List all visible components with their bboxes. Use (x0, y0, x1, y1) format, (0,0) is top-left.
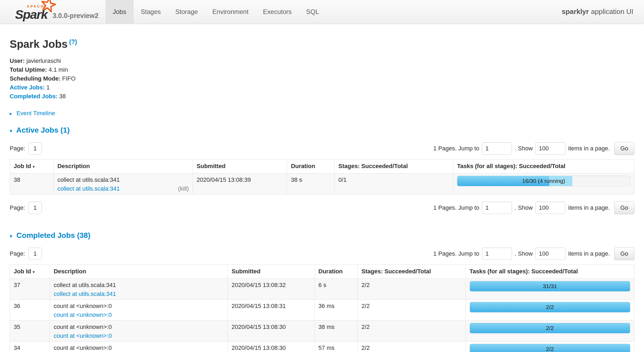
completed-jobs-heading-link[interactable]: Completed Jobs (38) (16, 231, 90, 239)
top-navbar: APACHE Spark 3.0.0-preview2 Jobs Stages … (0, 0, 644, 24)
header-submitted[interactable]: Submitted (228, 265, 314, 279)
items-per-page-input[interactable] (535, 248, 565, 260)
page-number-input[interactable] (28, 202, 42, 214)
scheduling-label: Scheduling Mode: (10, 75, 60, 82)
help-link[interactable]: (?) (69, 38, 77, 45)
spark-logo: APACHE Spark (15, 2, 48, 21)
header-duration[interactable]: Duration (314, 265, 358, 279)
submitted-cell: 2020/04/15 13:08:32 (228, 279, 314, 300)
jump-to-page-input[interactable] (482, 202, 512, 214)
task-progress-bar: 2/2 (470, 302, 630, 313)
header-job-id-label: Job Id (14, 268, 31, 275)
summary-user: User: javierluraschi (10, 56, 634, 65)
task-progress-bar: 2/2 (470, 323, 630, 333)
user-label: User: (10, 57, 25, 64)
table-row: 35count at <unknown>:0count at <unknown>… (10, 321, 634, 342)
summary-active-jobs: Active Jobs: 1 (10, 83, 634, 92)
page-number-input[interactable] (28, 248, 42, 260)
event-timeline-toggle[interactable]: ▸ Event Timeline (10, 109, 634, 118)
job-id-cell: 36 (10, 300, 50, 321)
duration-cell: 38 ms (314, 321, 358, 342)
page-number-input[interactable] (28, 142, 42, 155)
expanded-arrow-icon: ▾ (10, 233, 12, 239)
header-description[interactable]: Description (53, 159, 193, 173)
page-label: Page: (10, 204, 25, 211)
page-jump-controls: 1 Pages. Jump to . Show items in a page.… (433, 142, 634, 155)
progress-label: 31/31 (470, 281, 630, 291)
go-button[interactable]: Go (614, 142, 634, 155)
table-row: 37collect at utils.scala:341collect at u… (10, 279, 634, 300)
job-detail-link[interactable]: collect at utils.scala:341 (57, 185, 120, 193)
table-row: 36count at <unknown>:0count at <unknown>… (10, 300, 634, 321)
header-stages[interactable]: Stages: Succeeded/Total (335, 159, 453, 173)
application-title: sparklyr application UI (562, 0, 644, 23)
description-cell: count at <unknown>:0count at <unknown>:0 (50, 321, 228, 342)
application-name: sparklyr (562, 8, 589, 16)
event-timeline-link[interactable]: Event Timeline (16, 110, 55, 117)
job-detail-link[interactable]: count at <unknown>:0 (54, 332, 112, 340)
active-jobs-heading-link[interactable]: Active Jobs (1) (16, 126, 69, 134)
items-per-page-input[interactable] (535, 202, 565, 214)
jump-to-page-input[interactable] (482, 142, 512, 155)
completed-jobs-table: Job Id▾ Description Submitted Duration S… (10, 264, 634, 352)
uptime-value: 4.1 min (49, 66, 68, 73)
page-selector: Page: (10, 202, 44, 214)
completed-jobs-section-heading[interactable]: ▾ Completed Jobs (38) (10, 231, 634, 240)
duration-cell: 6 s (314, 279, 358, 300)
show-text: . Show (515, 145, 533, 152)
job-detail-row: collect at utils.scala:341 (54, 290, 224, 298)
job-detail-link[interactable]: count at <unknown>:0 (54, 311, 112, 319)
items-text: items in a page. (568, 250, 610, 257)
tab-environment[interactable]: Environment (205, 0, 256, 23)
pagination-bar: Page: 1 Pages. Jump to . Show items in a… (10, 247, 634, 260)
jump-to-page-input[interactable] (482, 248, 512, 260)
submitted-cell: 2020/04/15 13:08:30 (228, 321, 314, 342)
items-per-page-input[interactable] (535, 142, 565, 155)
page-content: Spark Jobs(?) User: javierluraschi Total… (0, 36, 644, 352)
kill-job-link[interactable]: (kill) (178, 185, 189, 193)
header-description[interactable]: Description (50, 265, 228, 279)
task-progress-bar: 2/2 (470, 344, 630, 352)
job-id-cell: 37 (10, 279, 50, 300)
header-tasks[interactable]: Tasks (for all stages): Succeeded/Total (453, 159, 634, 173)
job-description-text: count at <unknown>:0 (54, 323, 224, 331)
header-tasks[interactable]: Tasks (for all stages): Succeeded/Total (466, 265, 634, 279)
header-duration[interactable]: Duration (287, 159, 335, 173)
progress-label: 2/2 (470, 323, 630, 333)
description-cell: count at <unknown>:0count at <unknown>:0 (50, 300, 228, 321)
job-description-text: collect at utils.scala:341 (54, 281, 224, 289)
table-row: 38collect at utils.scala:341collect at u… (10, 173, 634, 194)
page-title: Spark Jobs(?) (10, 36, 634, 50)
tab-sql[interactable]: SQL (299, 0, 326, 23)
header-job-id[interactable]: Job Id▾ (10, 159, 54, 173)
table-header-row: Job Id▾ Description Submitted Duration S… (10, 159, 634, 173)
active-jobs-section-heading[interactable]: ▾ Active Jobs (1) (10, 126, 634, 135)
items-text: items in a page. (568, 204, 610, 211)
task-progress-bar: 16/30 (4 running) (457, 176, 630, 186)
table-row: 34count at <unknown>:0count at <unknown>… (10, 342, 634, 352)
header-stages[interactable]: Stages: Succeeded/Total (358, 265, 466, 279)
pagination-bar: Page: 1 Pages. Jump to . Show items in a… (10, 142, 634, 155)
summary-completed-jobs: Completed Jobs: 38 (10, 92, 634, 101)
stages-cell: 2/2 (358, 279, 466, 300)
tab-stages[interactable]: Stages (134, 0, 168, 23)
active-jobs-link[interactable]: Active Jobs: (10, 84, 45, 91)
header-submitted[interactable]: Submitted (193, 159, 287, 173)
tasks-cell: 16/30 (4 running) (453, 173, 634, 194)
job-description-text: count at <unknown>:0 (54, 344, 224, 352)
tab-storage[interactable]: Storage (168, 0, 205, 23)
tab-executors[interactable]: Executors (256, 0, 299, 23)
go-button[interactable]: Go (614, 247, 634, 260)
job-detail-link[interactable]: collect at utils.scala:341 (54, 290, 116, 298)
completed-jobs-value: 38 (59, 93, 66, 100)
sort-desc-icon: ▾ (33, 270, 35, 274)
go-button[interactable]: Go (614, 201, 634, 214)
sort-desc-icon: ▾ (33, 164, 35, 169)
table-header-row: Job Id▾ Description Submitted Duration S… (10, 265, 634, 279)
duration-cell: 57 ms (314, 342, 358, 352)
tab-jobs[interactable]: Jobs (105, 0, 134, 23)
header-job-id[interactable]: Job Id▾ (10, 265, 50, 279)
completed-jobs-link[interactable]: Completed Jobs: (10, 93, 57, 100)
description-cell: count at <unknown>:0count at <unknown>:0 (50, 342, 228, 352)
submitted-cell: 2020/04/15 13:08:30 (228, 342, 314, 352)
